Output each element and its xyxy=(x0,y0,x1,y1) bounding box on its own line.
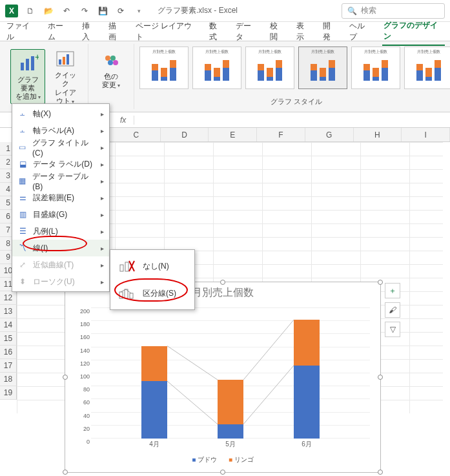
chevron-right-icon: ▸ xyxy=(101,278,104,285)
row-header[interactable]: 14 xyxy=(0,318,17,332)
tab-data[interactable]: データ xyxy=(234,18,260,45)
ribbon-group-styles: 月別売上個数 月別売上個数 月別売上個数 月別売上個数 月別売上個数 月別売上個… xyxy=(134,44,450,109)
change-colors-button[interactable]: 色の 変更 xyxy=(94,47,128,92)
chart-styles-brush-button[interactable]: 🖌 xyxy=(385,302,400,318)
style-thumb-6[interactable]: 月別売上個数 xyxy=(404,47,450,89)
svg-line-21 xyxy=(167,346,218,380)
legend-entry-budou[interactable]: ブドウ xyxy=(192,455,217,464)
svg-line-20 xyxy=(126,289,131,293)
chevron-right-icon: ▸ xyxy=(101,194,104,202)
submenu-none[interactable]: なし(N) xyxy=(110,253,194,280)
search-box[interactable]: 🔍 検索 xyxy=(342,3,445,19)
row-header[interactable]: 18 xyxy=(0,373,17,386)
tab-home[interactable]: ホーム xyxy=(46,18,72,45)
menu-axes[interactable]: ⫠軸(X)▸ xyxy=(12,105,109,122)
add-element-icon: + xyxy=(17,52,39,74)
svg-rect-6 xyxy=(63,57,65,65)
open-file-icon[interactable]: 📂 xyxy=(43,5,54,17)
style-thumb-3[interactable]: 月別売上個数 xyxy=(245,47,294,89)
tab-insert[interactable]: 挿入 xyxy=(81,18,98,45)
row-header[interactable]: 16 xyxy=(0,346,17,359)
y-tick-label: 80 xyxy=(83,386,90,393)
y-tick-label: 60 xyxy=(83,399,90,406)
tab-file[interactable]: ファイル xyxy=(5,18,37,45)
row-header[interactable]: 12 xyxy=(0,291,17,305)
col-header[interactable]: C xyxy=(112,128,161,141)
x-category-label: 4月 xyxy=(141,440,167,449)
tab-chart-design[interactable]: グラフのデザイン xyxy=(382,17,445,46)
chevron-right-icon: ▸ xyxy=(101,211,104,218)
menu-chart-title[interactable]: ▭グラフ タイトル(C)▸ xyxy=(12,139,109,156)
save-icon[interactable]: 💾 xyxy=(97,5,108,17)
tab-view[interactable]: 表示 xyxy=(295,18,312,45)
chart-side-buttons: ＋ 🖌 ▽ xyxy=(385,283,400,337)
menu-data-table[interactable]: ▦データ テーブル(B)▸ xyxy=(12,172,109,189)
menu-label: 目盛線(G) xyxy=(33,209,67,220)
row-header[interactable]: 17 xyxy=(0,359,17,373)
undo-icon[interactable]: ↶ xyxy=(61,5,72,17)
tab-help[interactable]: ヘルプ xyxy=(348,18,373,45)
menu-lines[interactable]: 〽線(I)▸ xyxy=(12,240,109,256)
svg-rect-13 xyxy=(125,262,128,271)
col-header[interactable]: F xyxy=(257,128,305,141)
y-tick-label: 200 xyxy=(80,308,90,315)
change-colors-icon xyxy=(100,49,122,71)
new-file-icon[interactable]: 🗋 xyxy=(25,5,36,17)
col-header[interactable]: G xyxy=(305,128,354,141)
fx-icon[interactable]: fx xyxy=(112,116,134,125)
bar-group[interactable] xyxy=(294,320,320,439)
menu-error-bars[interactable]: ⚌誤差範囲(E)▸ xyxy=(12,189,109,206)
row-header[interactable]: 19 xyxy=(0,386,17,400)
tab-developer[interactable]: 開発 xyxy=(322,18,339,45)
chevron-right-icon: ▸ xyxy=(101,245,104,252)
menu-label: 誤差範囲(E) xyxy=(33,192,74,203)
menu-axis-titles[interactable]: ⫠軸ラベル(A)▸ xyxy=(12,122,109,139)
svg-rect-0 xyxy=(21,63,24,70)
chart-filter-button[interactable]: ▽ xyxy=(385,322,400,337)
chart-legend[interactable]: ブドウ リンゴ xyxy=(65,455,380,464)
menu-gridlines[interactable]: ▥目盛線(G)▸ xyxy=(12,206,109,223)
embedded-chart[interactable]: 月別売上個数 020406080100120140160180200 ブドウ リ… xyxy=(65,282,381,473)
style-thumb-2[interactable]: 月別売上個数 xyxy=(192,47,241,89)
style-thumb-4[interactable]: 月別売上個数 xyxy=(298,47,347,89)
qat-dropdown-icon[interactable]: ▾ xyxy=(133,5,145,17)
add-chart-element-button[interactable]: + グラフ要素 を追加 xyxy=(10,49,45,105)
redo-icon[interactable]: ↷ xyxy=(79,5,90,17)
row-header[interactable]: 13 xyxy=(0,305,17,318)
col-header[interactable]: I xyxy=(402,128,450,141)
menu-legend[interactable]: ☰凡例(L)▸ xyxy=(12,223,109,240)
chevron-right-icon: ▸ xyxy=(101,228,104,235)
style-thumb-1[interactable]: 月別売上個数 xyxy=(139,47,189,89)
chart-styles-gallery[interactable]: 月別売上個数 月別売上個数 月別売上個数 月別売上個数 月別売上個数 月別売上個… xyxy=(139,47,450,93)
tab-review[interactable]: 校閲 xyxy=(269,18,286,45)
col-header[interactable]: H xyxy=(354,128,402,141)
row-header[interactable]: 15 xyxy=(0,332,17,346)
chart-element-menu: ⫠軸(X)▸ ⫠軸ラベル(A)▸ ▭グラフ タイトル(C)▸ ⬓データ ラベル(… xyxy=(12,103,110,292)
menu-data-labels[interactable]: ⬓データ ラベル(D)▸ xyxy=(12,156,109,172)
plot-area[interactable] xyxy=(91,308,370,439)
menu-trendline: ⤢近似曲線(T)▸ xyxy=(12,256,109,273)
y-tick-label: 100 xyxy=(80,373,90,380)
bar-group[interactable] xyxy=(218,380,243,439)
refresh-icon[interactable]: ⟳ xyxy=(115,5,127,17)
col-header[interactable]: E xyxy=(209,128,257,141)
quick-layout-button[interactable]: クイック レイアウト xyxy=(48,45,83,108)
bar-group[interactable] xyxy=(141,346,167,439)
style-thumb-5[interactable]: 月別売上個数 xyxy=(351,47,400,89)
submenu-series-lines[interactable]: 区分線(S) xyxy=(110,280,194,307)
legend-entry-ringo[interactable]: リンゴ xyxy=(229,455,254,464)
svg-line-19 xyxy=(121,289,126,292)
y-tick-label: 20 xyxy=(83,426,90,432)
menu-label: 凡例(L) xyxy=(33,226,58,237)
chevron-right-icon: ▸ xyxy=(101,262,104,269)
chart-elements-plus-button[interactable]: ＋ xyxy=(385,283,400,298)
tab-page-layout[interactable]: ページ レイアウト xyxy=(134,18,199,45)
ribbon-group-layouts: + グラフ要素 を追加 クイック レイアウト xyxy=(5,44,88,109)
tab-draw[interactable]: 描画 xyxy=(107,18,125,45)
col-header[interactable]: D xyxy=(161,128,209,141)
menu-label: グラフ タイトル(C) xyxy=(32,138,96,158)
tab-formula[interactable]: 数式 xyxy=(208,18,225,45)
quick-access-toolbar: 🗋 📂 ↶ ↷ 💾 ⟳ ▾ xyxy=(25,5,145,17)
ribbon-tabs: ファイル ホーム 挿入 描画 ページ レイアウト 数式 データ 校閲 表示 開発… xyxy=(0,22,450,41)
x-category-label: 6月 xyxy=(294,440,320,449)
